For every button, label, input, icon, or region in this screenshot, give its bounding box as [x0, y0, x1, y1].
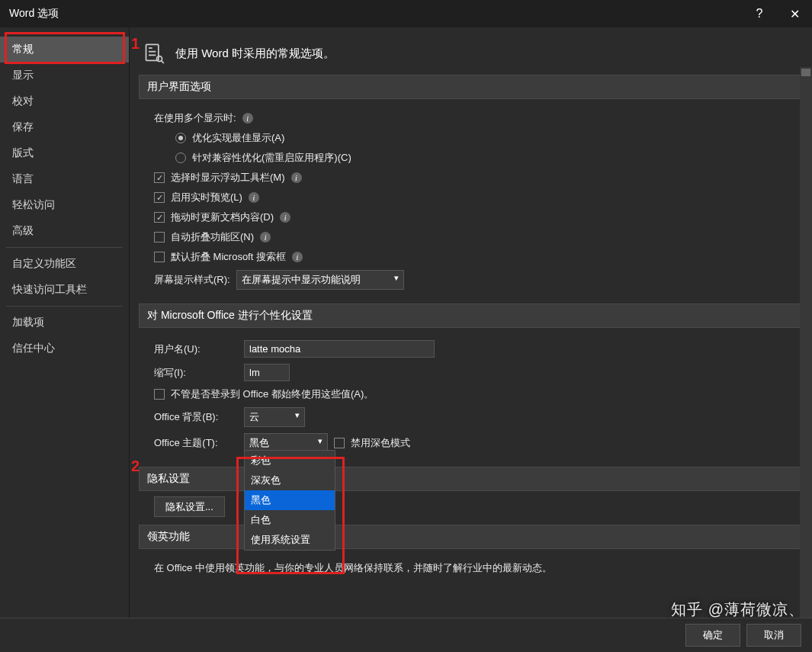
footer: 确定 取消 [0, 618, 812, 652]
chk-dragupdate[interactable] [154, 212, 165, 223]
radio-compat[interactable] [175, 153, 186, 163]
theme-opt-black[interactable]: 黑色 [245, 490, 335, 510]
page-header: 使用 Word 时采用的常规选项。 [139, 38, 803, 75]
initials-input[interactable]: lm [244, 364, 290, 381]
theme-opt-darkgray[interactable]: 深灰色 [245, 471, 335, 490]
chk-collapse-label: 自动折叠功能区(N) [171, 230, 254, 244]
theme-opt-white[interactable]: 白色 [245, 510, 335, 530]
chk-mssearch-label: 默认折叠 Microsoft 搜索框 [171, 250, 286, 264]
chk-disable-dark-label: 禁用深色模式 [351, 436, 410, 450]
cancel-button[interactable]: 取消 [746, 624, 801, 647]
chk-minibar-label: 选择时显示浮动工具栏(M) [171, 171, 285, 185]
theme-label: Office 主题(T): [154, 436, 238, 450]
chk-livepreview[interactable] [154, 192, 165, 203]
bg-select[interactable]: 云 [244, 407, 305, 427]
username-input[interactable]: latte mocha [244, 340, 435, 358]
multi-display-label: 在使用多个显示时: [154, 111, 236, 125]
screentip-label: 屏幕提示样式(R): [154, 273, 230, 287]
info-icon[interactable]: i [242, 113, 253, 124]
sidebar-item-accessibility[interactable]: 轻松访问 [0, 192, 129, 218]
privacy-settings-button[interactable]: 隐私设置... [154, 496, 225, 517]
sidebar: 常规 显示 校对 保存 版式 语言 轻松访问 高级 自定义功能区 快速访问工具栏… [0, 27, 130, 618]
screentip-select[interactable]: 在屏幕提示中显示功能说明 [236, 270, 404, 290]
chk-livepreview-label: 启用实时预览(L) [171, 191, 242, 204]
chk-minibar[interactable] [154, 172, 165, 183]
options-icon [142, 41, 166, 66]
page-header-text: 使用 Word 时采用的常规选项。 [175, 47, 335, 61]
titlebar: Word 选项 ? ✕ [0, 0, 812, 27]
section-personal-header: 对 Microsoft Office 进行个性化设置 [139, 304, 803, 328]
window-title: Word 选项 [9, 7, 59, 21]
sidebar-item-save[interactable]: 保存 [0, 114, 129, 140]
sidebar-item-addins[interactable]: 加载项 [0, 310, 129, 336]
linkedin-desc: 在 Office 中使用领英功能，与你的专业人员网络保持联系，并随时了解行业中的… [154, 561, 552, 575]
section-linkedin-header: 领英功能 [139, 525, 803, 549]
chk-dragupdate-label: 拖动时更新文档内容(D) [171, 210, 274, 224]
bg-label: Office 背景(B): [154, 410, 238, 424]
main-panel: 使用 Word 时采用的常规选项。 用户界面选项 在使用多个显示时:i 优化实现… [130, 27, 812, 618]
chk-disable-dark[interactable] [334, 438, 345, 448]
sidebar-item-customize-ribbon[interactable]: 自定义功能区 [0, 251, 129, 277]
initials-label: 缩写(I): [154, 366, 238, 380]
theme-opt-colorful[interactable]: 彩色 [245, 451, 335, 471]
sidebar-item-display[interactable]: 显示 [0, 63, 129, 88]
info-icon[interactable]: i [291, 172, 302, 183]
sidebar-item-layout[interactable]: 版式 [0, 140, 129, 166]
sidebar-item-general[interactable]: 常规 [0, 37, 129, 63]
info-icon[interactable]: i [292, 252, 303, 262]
annotation-num-1: 1 [131, 35, 140, 53]
info-icon[interactable]: i [249, 192, 259, 203]
theme-opt-system[interactable]: 使用系统设置 [245, 530, 335, 550]
chk-always-use-label: 不管是否登录到 Office 都始终使用这些值(A)。 [171, 387, 374, 401]
chk-mssearch[interactable] [154, 252, 165, 262]
ok-button[interactable]: 确定 [685, 624, 740, 647]
sidebar-item-qat[interactable]: 快速访问工具栏 [0, 277, 129, 303]
radio-best-display-label: 优化实现最佳显示(A) [192, 131, 284, 145]
sidebar-item-advanced[interactable]: 高级 [0, 218, 129, 244]
radio-compat-label: 针对兼容性优化(需重启应用程序)(C) [192, 151, 351, 165]
close-button[interactable]: ✕ [777, 0, 812, 27]
sidebar-item-language[interactable]: 语言 [0, 166, 129, 192]
sidebar-item-proofing[interactable]: 校对 [0, 88, 129, 114]
chk-collapse[interactable] [154, 232, 165, 242]
section-ui-header: 用户界面选项 [139, 75, 803, 99]
svg-line-5 [161, 60, 164, 63]
help-button[interactable]: ? [742, 0, 777, 27]
annotation-num-2: 2 [131, 458, 140, 475]
radio-best-display[interactable] [175, 133, 186, 143]
scrollbar[interactable] [800, 67, 812, 618]
username-label: 用户名(U): [154, 342, 238, 356]
section-privacy-header: 隐私设置 [139, 467, 803, 491]
info-icon[interactable]: i [260, 232, 271, 242]
chk-always-use[interactable] [154, 389, 165, 400]
info-icon[interactable]: i [280, 212, 290, 223]
theme-dropdown[interactable]: 彩色 深灰色 黑色 白色 使用系统设置 [244, 450, 335, 551]
sidebar-item-trust[interactable]: 信任中心 [0, 336, 129, 361]
watermark: 知乎 @薄荷微凉、 [671, 599, 804, 620]
